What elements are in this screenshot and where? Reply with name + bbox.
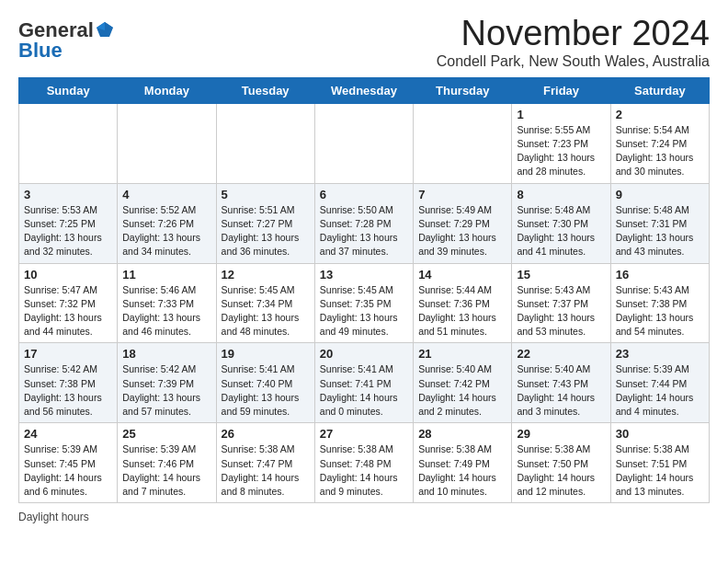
day-info: Sunrise: 5:52 AM Sunset: 7:26 PM Dayligh… — [122, 203, 210, 259]
day-info: Sunrise: 5:41 AM Sunset: 7:40 PM Dayligh… — [222, 362, 310, 419]
table-row: 9Sunrise: 5:48 AM Sunset: 7:31 PM Daylig… — [610, 183, 709, 263]
day-number: 23 — [616, 347, 704, 361]
day-number: 12 — [222, 268, 310, 282]
header-monday: Monday — [118, 77, 216, 103]
day-info: Sunrise: 5:55 AM Sunset: 7:23 PM Dayligh… — [517, 123, 605, 179]
calendar-week-row: 3Sunrise: 5:53 AM Sunset: 7:25 PM Daylig… — [19, 183, 710, 263]
day-info: Sunrise: 5:46 AM Sunset: 7:33 PM Dayligh… — [122, 283, 210, 339]
day-info: Sunrise: 5:38 AM Sunset: 7:51 PM Dayligh… — [616, 442, 704, 499]
calendar-week-row: 10Sunrise: 5:47 AM Sunset: 7:32 PM Dayli… — [19, 263, 710, 343]
day-info: Sunrise: 5:38 AM Sunset: 7:48 PM Dayligh… — [320, 442, 408, 499]
header-sunday: Sunday — [19, 77, 118, 103]
day-number: 6 — [320, 188, 408, 201]
day-number: 16 — [616, 268, 704, 282]
day-number: 24 — [24, 427, 112, 441]
table-row: 21Sunrise: 5:40 AM Sunset: 7:42 PM Dayli… — [414, 343, 512, 423]
table-row: 12Sunrise: 5:45 AM Sunset: 7:34 PM Dayli… — [216, 263, 314, 343]
day-info: Sunrise: 5:47 AM Sunset: 7:32 PM Dayligh… — [24, 283, 112, 339]
logo: General Blue — [18, 18, 116, 63]
day-number: 19 — [222, 347, 310, 361]
table-row: 11Sunrise: 5:46 AM Sunset: 7:33 PM Dayli… — [118, 263, 216, 343]
day-number: 14 — [418, 268, 506, 282]
table-row: 26Sunrise: 5:38 AM Sunset: 7:47 PM Dayli… — [216, 423, 314, 503]
day-number: 3 — [24, 188, 112, 201]
table-row: 23Sunrise: 5:39 AM Sunset: 7:44 PM Dayli… — [610, 343, 709, 423]
table-row: 6Sunrise: 5:50 AM Sunset: 7:28 PM Daylig… — [314, 183, 413, 263]
table-row: 18Sunrise: 5:42 AM Sunset: 7:39 PM Dayli… — [118, 343, 216, 423]
table-row: 16Sunrise: 5:43 AM Sunset: 7:38 PM Dayli… — [610, 263, 709, 343]
day-number: 8 — [517, 188, 605, 201]
table-row — [414, 103, 512, 183]
day-number: 1 — [517, 108, 605, 121]
day-number: 5 — [222, 188, 310, 201]
day-number: 2 — [616, 108, 704, 121]
day-info: Sunrise: 5:38 AM Sunset: 7:47 PM Dayligh… — [222, 442, 310, 499]
day-number: 20 — [320, 347, 408, 361]
table-row: 30Sunrise: 5:38 AM Sunset: 7:51 PM Dayli… — [610, 423, 709, 503]
table-row — [118, 103, 216, 183]
header-thursday: Thursday — [414, 77, 512, 103]
logo-blue-text: Blue — [18, 39, 63, 63]
footer: Daylight hours — [18, 511, 710, 523]
table-row: 13Sunrise: 5:45 AM Sunset: 7:35 PM Dayli… — [314, 263, 413, 343]
table-row: 25Sunrise: 5:39 AM Sunset: 7:46 PM Dayli… — [118, 423, 216, 503]
table-row: 5Sunrise: 5:51 AM Sunset: 7:27 PM Daylig… — [216, 183, 314, 263]
day-number: 28 — [418, 427, 506, 441]
table-row — [216, 103, 314, 183]
day-info: Sunrise: 5:51 AM Sunset: 7:27 PM Dayligh… — [222, 203, 310, 259]
calendar-week-row: 17Sunrise: 5:42 AM Sunset: 7:38 PM Dayli… — [19, 343, 710, 423]
day-info: Sunrise: 5:39 AM Sunset: 7:45 PM Dayligh… — [24, 442, 112, 499]
day-info: Sunrise: 5:43 AM Sunset: 7:37 PM Dayligh… — [517, 283, 605, 339]
day-info: Sunrise: 5:43 AM Sunset: 7:38 PM Dayligh… — [616, 283, 704, 339]
day-info: Sunrise: 5:48 AM Sunset: 7:31 PM Dayligh… — [616, 203, 704, 259]
table-row — [19, 103, 118, 183]
table-row: 27Sunrise: 5:38 AM Sunset: 7:48 PM Dayli… — [314, 423, 413, 503]
day-number: 15 — [517, 268, 605, 282]
table-row: 4Sunrise: 5:52 AM Sunset: 7:26 PM Daylig… — [118, 183, 216, 263]
table-row: 2Sunrise: 5:54 AM Sunset: 7:24 PM Daylig… — [610, 103, 709, 183]
day-info: Sunrise: 5:39 AM Sunset: 7:44 PM Dayligh… — [616, 362, 704, 419]
day-info: Sunrise: 5:39 AM Sunset: 7:46 PM Dayligh… — [122, 442, 210, 499]
day-number: 29 — [517, 427, 605, 441]
calendar-week-row: 1Sunrise: 5:55 AM Sunset: 7:23 PM Daylig… — [19, 103, 710, 183]
day-info: Sunrise: 5:40 AM Sunset: 7:43 PM Dayligh… — [517, 362, 605, 419]
table-row: 22Sunrise: 5:40 AM Sunset: 7:43 PM Dayli… — [512, 343, 610, 423]
table-row: 29Sunrise: 5:38 AM Sunset: 7:50 PM Dayli… — [512, 423, 610, 503]
month-title: November 2024 — [437, 15, 710, 53]
day-number: 9 — [616, 188, 704, 201]
day-info: Sunrise: 5:44 AM Sunset: 7:36 PM Dayligh… — [418, 283, 506, 339]
day-info: Sunrise: 5:53 AM Sunset: 7:25 PM Dayligh… — [24, 203, 112, 259]
day-number: 30 — [616, 427, 704, 441]
day-number: 13 — [320, 268, 408, 282]
table-row: 14Sunrise: 5:44 AM Sunset: 7:36 PM Dayli… — [414, 263, 512, 343]
day-number: 17 — [24, 347, 112, 361]
table-row: 15Sunrise: 5:43 AM Sunset: 7:37 PM Dayli… — [512, 263, 610, 343]
day-info: Sunrise: 5:42 AM Sunset: 7:39 PM Dayligh… — [122, 362, 210, 419]
table-row — [314, 103, 413, 183]
daylight-label: Daylight hours — [18, 511, 89, 523]
header-saturday: Saturday — [610, 77, 709, 103]
day-info: Sunrise: 5:48 AM Sunset: 7:30 PM Dayligh… — [517, 203, 605, 259]
day-info: Sunrise: 5:45 AM Sunset: 7:34 PM Dayligh… — [222, 283, 310, 339]
day-number: 21 — [418, 347, 506, 361]
calendar-week-row: 24Sunrise: 5:39 AM Sunset: 7:45 PM Dayli… — [19, 423, 710, 503]
day-number: 27 — [320, 427, 408, 441]
table-row: 24Sunrise: 5:39 AM Sunset: 7:45 PM Dayli… — [19, 423, 118, 503]
day-info: Sunrise: 5:49 AM Sunset: 7:29 PM Dayligh… — [418, 203, 506, 259]
title-area: November 2024 Condell Park, New South Wa… — [437, 15, 710, 70]
day-number: 22 — [517, 347, 605, 361]
day-number: 11 — [122, 268, 210, 282]
day-info: Sunrise: 5:45 AM Sunset: 7:35 PM Dayligh… — [320, 283, 408, 339]
table-row: 17Sunrise: 5:42 AM Sunset: 7:38 PM Dayli… — [19, 343, 118, 423]
day-info: Sunrise: 5:41 AM Sunset: 7:41 PM Dayligh… — [320, 362, 408, 419]
table-row: 1Sunrise: 5:55 AM Sunset: 7:23 PM Daylig… — [512, 103, 610, 183]
day-number: 18 — [122, 347, 210, 361]
calendar-table: Sunday Monday Tuesday Wednesday Thursday… — [18, 77, 710, 503]
table-row: 28Sunrise: 5:38 AM Sunset: 7:49 PM Dayli… — [414, 423, 512, 503]
day-info: Sunrise: 5:42 AM Sunset: 7:38 PM Dayligh… — [24, 362, 112, 419]
day-info: Sunrise: 5:38 AM Sunset: 7:50 PM Dayligh… — [517, 442, 605, 499]
location-title: Condell Park, New South Wales, Australia — [437, 53, 710, 70]
table-row: 8Sunrise: 5:48 AM Sunset: 7:30 PM Daylig… — [512, 183, 610, 263]
table-row: 3Sunrise: 5:53 AM Sunset: 7:25 PM Daylig… — [19, 183, 118, 263]
day-number: 10 — [24, 268, 112, 282]
